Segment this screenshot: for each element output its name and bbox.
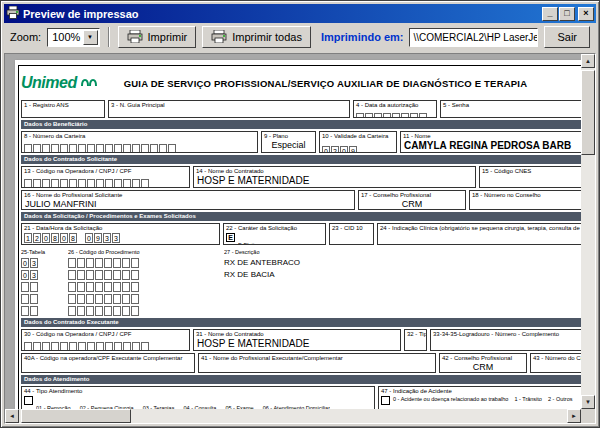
- field-guia-principal: 3 - N. Guia Principal: [108, 100, 350, 118]
- proc-descricao: RX DE BACIA: [224, 270, 275, 279]
- print-all-button[interactable]: Imprimir todas: [202, 26, 311, 48]
- form-page: Unimed GUIA DE SERVIÇO PROFISSIONAL/SERV…: [15, 60, 581, 409]
- zoom-value: 100%: [49, 31, 82, 43]
- tipo-atendimento-checkbox: [24, 396, 33, 405]
- field-nome-contratado-executante: 31 - Nome do ContratadoHOSP E MATERNIDAD…: [193, 329, 401, 351]
- form-row-solicitante-2: 16 - Nome do Profissional SolicitanteJUL…: [21, 190, 581, 210]
- data-solicitacao-digits: 120808: [24, 233, 77, 243]
- proc-codigo-digits: [68, 306, 139, 316]
- form-header: Unimed GUIA DE SERVIÇO PROFISSIONAL/SERV…: [21, 68, 581, 98]
- zoom-label: Zoom:: [10, 31, 41, 43]
- section-solicitacao: Dados da Solicitação / Procedimentos e E…: [21, 212, 581, 221]
- field-nome-profissional-solicitante: 16 - Nome do Profissional SolicitanteJUL…: [21, 190, 355, 210]
- close-button[interactable]: ×: [578, 7, 594, 21]
- printing-to-label: Imprimindo em:: [321, 31, 404, 43]
- chevron-down-icon: ▼: [87, 34, 93, 40]
- horizontal-scroll-thumb[interactable]: [21, 409, 131, 423]
- print-button[interactable]: Imprimir: [118, 26, 197, 48]
- proc-tabela-digits: [21, 294, 38, 304]
- proc-tabela-digits: [21, 282, 38, 292]
- arrow-right-icon: ►: [571, 413, 577, 419]
- proc-codigo-digits: [68, 258, 139, 268]
- proc-row: [21, 280, 581, 292]
- scroll-up-button[interactable]: ▲: [581, 54, 595, 68]
- arrow-up-icon: ▲: [585, 58, 591, 64]
- page-viewport: Unimed GUIA DE SERVIÇO PROFISSIONAL/SERV…: [5, 54, 581, 409]
- field-tipo-atendimento: 44 - Tipo Atendimento 01 - Remoção 02 - …: [21, 386, 375, 409]
- guia-form: Unimed GUIA DE SERVIÇO PROFISSIONAL/SERV…: [18, 65, 581, 409]
- printer-icon: [127, 30, 143, 45]
- proc-table: 03 RX DE ANTEBRACO 03 RX DE BACIA: [21, 256, 581, 316]
- printer-path-value: \\COMERCIAL2\HP LaserJet 1018: [413, 32, 538, 43]
- field-nome-beneficiario: 11 - NomeCAMYLA REGINA PEDROSA BARB: [400, 131, 581, 153]
- field-nome-profissional-executante: 41 - Nome do Profissional Executante/Com…: [198, 353, 436, 373]
- proc-row: 03 RX DE BACIA: [21, 268, 581, 280]
- indicacao-acidente-checkbox: [381, 396, 390, 405]
- form-row-executante-2: 40A - Código na operadora/CPF Executante…: [21, 353, 581, 373]
- proc-codigo-digits: [68, 282, 139, 292]
- proc-codigo-digits: [68, 270, 139, 280]
- field-codigo-executante-complementar: 40A - Código na operadora/CPF Executante…: [21, 353, 195, 373]
- form-row-executante-1: 30 - Código na Operadora / CNPJ / CPF 31…: [21, 329, 581, 351]
- data-autorizacao-digits: [356, 113, 427, 118]
- field-data-hora-solicitacao: 21 - Data/Hora da Solicitação 1208080933: [21, 223, 220, 245]
- printer-path-field[interactable]: \\COMERCIAL2\HP LaserJet 1018: [409, 28, 538, 47]
- toolbar-separator: [108, 27, 110, 47]
- vertical-scrollbar[interactable]: ▲ ▼: [581, 54, 595, 409]
- arrow-down-icon: ▼: [585, 399, 591, 405]
- window-icon: [6, 5, 20, 23]
- proc-descricao: RX DE ANTEBRACO: [224, 258, 300, 267]
- exit-button-label: Sair: [557, 31, 577, 43]
- arrow-left-icon: ◄: [9, 413, 15, 419]
- titlebar[interactable]: Preview de impressao _ □ ×: [4, 4, 596, 23]
- preview-window: Preview de impressao _ □ × Zoom: 100% ▼ …: [0, 0, 600, 428]
- scrollbar-corner: [581, 409, 595, 423]
- unimed-symbol-icon: [80, 74, 98, 92]
- scroll-down-button[interactable]: ▼: [581, 395, 595, 409]
- field-validade-carteira: 10 - Validade da Carteira0209: [319, 131, 397, 153]
- window-title: Preview de impressao: [23, 8, 539, 20]
- proc-tabela-digits: [21, 306, 38, 316]
- exit-button[interactable]: Sair: [544, 26, 590, 48]
- form-row-beneficiario: 8 - Número da Carteira 9 - PlanoEspecial…: [21, 131, 581, 153]
- zoom-dropdown-button[interactable]: ▼: [83, 30, 98, 45]
- vertical-scroll-thumb[interactable]: [581, 70, 595, 155]
- section-atendimento: Dados do Atendimento: [21, 375, 581, 384]
- field-indicacao-acidente: 47 - Indicação de Acidente 0 - Acidente …: [378, 386, 581, 409]
- field-plano: 9 - PlanoEspecial: [261, 131, 316, 153]
- field-registro-ans: 1 - Registro ANS: [21, 100, 105, 118]
- codigo-solicitante-digits: [24, 179, 149, 188]
- proc-tabela-digits: 03: [21, 258, 38, 268]
- hora-solicitacao-digits: 0933: [85, 233, 120, 243]
- print-button-label: Imprimir: [148, 31, 188, 43]
- scroll-left-button[interactable]: ◄: [5, 409, 19, 423]
- field-conselho-profissional-executante: 42 - Conselho ProfissionalCRM: [439, 353, 527, 373]
- proc-row: [21, 304, 581, 316]
- field-numero-carteira: 8 - Número da Carteira: [21, 131, 258, 153]
- zoom-select[interactable]: 100% ▼: [47, 28, 99, 47]
- proc-row: [21, 292, 581, 304]
- field-tipo-logradouro: 32 - Tipo Logradouro: [404, 329, 427, 351]
- field-cid10: 23 - CID 10: [329, 223, 374, 245]
- field-codigo-cnes: 15 - Código CNES: [479, 166, 581, 188]
- toolbar: Zoom: 100% ▼ Imprimir Imprimir todas Imp…: [4, 23, 596, 51]
- minimize-button[interactable]: _: [542, 7, 558, 21]
- scroll-right-button[interactable]: ►: [567, 409, 581, 423]
- horizontal-scrollbar[interactable]: ◄ ►: [5, 409, 581, 423]
- proc-tabela-digits: 03: [21, 270, 38, 280]
- maximize-button[interactable]: □: [559, 7, 575, 21]
- form-row-atendimento: 44 - Tipo Atendimento 01 - Remoção 02 - …: [21, 386, 581, 409]
- form-row-1: 1 - Registro ANS 3 - N. Guia Principal 4…: [21, 100, 581, 118]
- codigo-executante-digits: [24, 342, 149, 351]
- field-nome-contratado-solicitante: 14 - Nome do ContratadoHOSP E MATERNIDAD…: [193, 166, 476, 188]
- preview-area: Unimed GUIA DE SERVIÇO PROFISSIONAL/SERV…: [4, 53, 596, 424]
- field-codigo-operadora-solicitante: 13 - Código na Operadora / CNPJ / CPF: [21, 166, 190, 188]
- print-all-button-label: Imprimir todas: [232, 31, 302, 43]
- unimed-logo: Unimed: [21, 74, 77, 92]
- field-codigo-operadora-executante: 30 - Código na Operadora / CNPJ / CPF: [21, 329, 190, 351]
- field-data-autorizacao: 4 - Data da autorização: [353, 100, 437, 118]
- section-beneficiario: Dados do Beneficiário: [21, 120, 581, 129]
- carater-checkbox: E: [226, 233, 235, 242]
- field-conselho-profissional: 17 - Conselho ProfissionalCRM: [358, 190, 466, 210]
- section-contratado-executante: Dados do Contratado Executante: [21, 318, 581, 327]
